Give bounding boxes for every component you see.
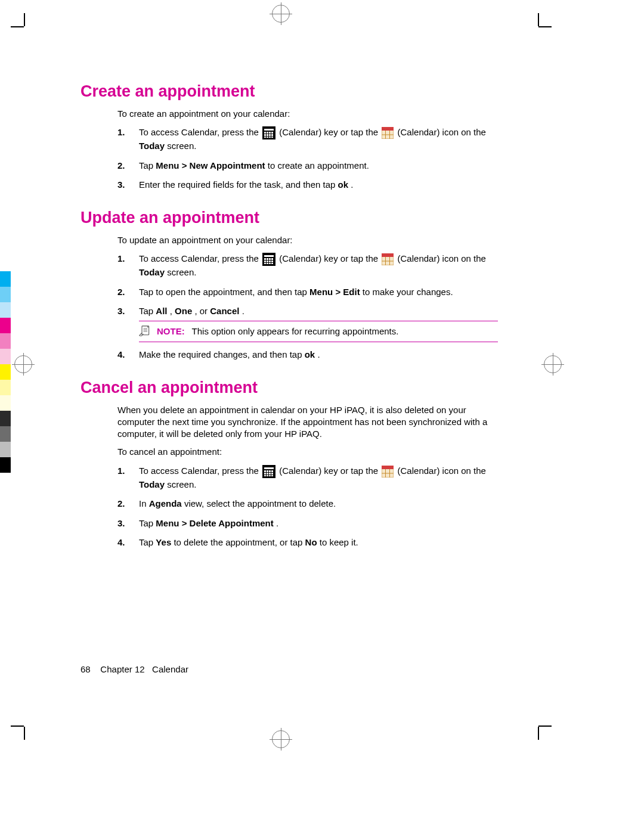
step-bold: ok <box>305 349 315 359</box>
step-item: 3. Enter the required fields for the tas… <box>117 178 498 192</box>
step-bold: Today <box>139 479 165 489</box>
step-text: screen. <box>167 267 196 277</box>
step-text: . <box>242 306 244 316</box>
calendar-key-icon <box>262 465 275 478</box>
step-text: . <box>317 349 320 359</box>
heading-cancel: Cancel an appointment <box>80 379 498 397</box>
intro-cancel-short: To cancel an appointment: <box>117 446 498 458</box>
page-number: 68 <box>80 664 91 674</box>
step-text: (Calendar) key or tap the <box>279 127 380 137</box>
calendar-key-icon <box>262 253 275 266</box>
step-text: to make your changes. <box>363 287 453 297</box>
registration-mark-icon <box>544 355 562 373</box>
crop-mark <box>11 26 24 27</box>
step-text: , <box>170 306 175 316</box>
step-item: 1. To access Calendar, press the (Calend… <box>117 252 498 280</box>
steps-cancel: 1. To access Calendar, press the (Calend… <box>117 464 498 550</box>
step-text: view, select the appointment to delete. <box>184 498 336 509</box>
step-text: (Calendar) icon on the <box>398 253 486 263</box>
step-text: To access Calendar, press the <box>139 127 261 137</box>
step-item: 3. Tap Menu > Delete Appointment . <box>117 517 498 531</box>
crop-mark <box>538 13 539 26</box>
calendar-today-icon <box>382 127 394 139</box>
calendar-today-icon <box>382 253 394 265</box>
step-text: Tap <box>139 306 156 316</box>
step-bold: Today <box>139 141 165 151</box>
note-text: This option only appears for recurring a… <box>192 326 399 336</box>
step-bold: Cancel <box>210 306 239 316</box>
note-icon <box>139 325 151 337</box>
steps-update: 1. To access Calendar, press the (Calend… <box>117 252 498 362</box>
registration-mark-icon <box>14 355 32 373</box>
crop-mark <box>24 13 25 26</box>
chapter-label: Chapter 12 <box>100 664 144 674</box>
step-bold: Menu > Edit <box>309 287 360 297</box>
steps-create: 1. To access Calendar, press the (Calend… <box>117 126 498 192</box>
step-text: to keep it. <box>320 537 358 547</box>
registration-mark-icon <box>272 730 290 748</box>
step-bold: Today <box>139 267 165 277</box>
step-bold: ok <box>338 179 349 190</box>
crop-mark <box>538 727 539 740</box>
page-footer: 68 Chapter 12 Calendar <box>80 664 188 674</box>
step-text: Tap <box>139 160 156 170</box>
step-text: , or <box>194 306 210 316</box>
step-item: 2. Tap Menu > New Appointment to create … <box>117 159 498 173</box>
crop-mark <box>11 726 24 727</box>
step-text: Tap <box>139 537 156 547</box>
step-bold: One <box>175 306 192 316</box>
step-text: Make the required changes, and then tap <box>139 349 305 359</box>
step-bold: Yes <box>156 537 171 547</box>
section-create: Create an appointment To create an appoi… <box>80 82 498 192</box>
crop-mark <box>24 727 25 740</box>
step-text: . <box>351 179 353 190</box>
chapter-title: Calendar <box>152 664 188 674</box>
page-content: Create an appointment To create an appoi… <box>80 82 498 566</box>
step-text: screen. <box>167 479 196 489</box>
heading-update: Update an appointment <box>80 209 498 227</box>
note-box: NOTE: This option only appears for recur… <box>139 321 498 343</box>
note-label: NOTE: <box>157 326 185 336</box>
color-calibration-strip <box>0 271 11 473</box>
note-content: NOTE: This option only appears for recur… <box>157 325 398 339</box>
step-text: . <box>276 518 278 528</box>
crop-mark <box>538 26 552 27</box>
step-item: 2. In Agenda view, select the appointmen… <box>117 497 498 511</box>
step-text: (Calendar) key or tap the <box>279 466 380 476</box>
step-text: In <box>139 498 149 509</box>
section-cancel: Cancel an appointment When you delete an… <box>80 379 498 550</box>
step-item: 2. Tap to open the appointment, and then… <box>117 286 498 299</box>
section-update: Update an appointment To update an appoi… <box>80 209 498 362</box>
step-bold: All <box>156 306 167 316</box>
step-text: Tap <box>139 518 156 528</box>
step-text: To access Calendar, press the <box>139 466 261 476</box>
step-item: 1. To access Calendar, press the (Calend… <box>117 464 498 492</box>
step-item: 3. Tap All , One , or Cancel . NOTE: Thi… <box>117 305 498 342</box>
registration-mark-icon <box>272 5 290 23</box>
intro-update: To update an appointment on your calenda… <box>117 234 498 246</box>
step-item: 4. Tap Yes to delete the appointment, or… <box>117 536 498 550</box>
step-text: to create an appointment. <box>268 160 369 170</box>
step-text: to delete the appointment, or tap <box>174 537 305 547</box>
step-text: Enter the required fields for the task, … <box>139 179 338 190</box>
calendar-today-icon <box>382 466 394 478</box>
step-item: 1. To access Calendar, press the (Calend… <box>117 126 498 153</box>
step-bold: No <box>305 537 317 547</box>
step-bold: Agenda <box>149 498 182 509</box>
step-text: Tap to open the appointment, and then ta… <box>139 287 309 297</box>
crop-mark <box>538 726 552 727</box>
step-text: (Calendar) icon on the <box>398 127 486 137</box>
calendar-key-icon <box>262 126 275 139</box>
step-text: To access Calendar, press the <box>139 253 261 263</box>
step-text: screen. <box>167 141 196 151</box>
step-text: (Calendar) icon on the <box>398 466 486 476</box>
step-bold: Menu > New Appointment <box>156 160 265 170</box>
intro-create: To create an appointment on your calenda… <box>117 108 498 120</box>
heading-create: Create an appointment <box>80 82 498 101</box>
step-bold: Menu > Delete Appointment <box>156 518 273 528</box>
step-text: (Calendar) key or tap the <box>279 253 380 263</box>
intro-cancel-long: When you delete an appointment in calend… <box>117 404 498 441</box>
step-item: 4. Make the required changes, and then t… <box>117 348 498 362</box>
